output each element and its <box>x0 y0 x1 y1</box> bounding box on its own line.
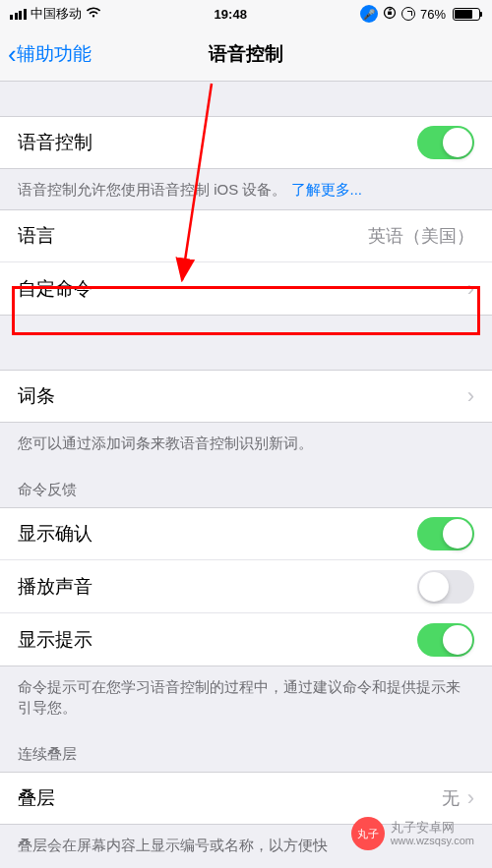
voice-control-toggle[interactable] <box>417 126 474 159</box>
back-label: 辅助功能 <box>17 41 92 67</box>
status-bar: 中国移动 19:48 🎤 76% <box>0 0 492 28</box>
status-left: 中国移动 <box>10 5 101 23</box>
page-title: 语音控制 <box>209 41 283 67</box>
chevron-right-icon: › <box>467 383 474 409</box>
show-hints-label: 显示提示 <box>18 627 92 653</box>
svg-rect-1 <box>388 11 392 15</box>
show-hints-cell: 显示提示 <box>0 613 492 666</box>
show-confirm-cell: 显示确认 <box>0 507 492 560</box>
language-value: 英语（美国） <box>368 224 474 248</box>
custom-commands-label: 自定命令 <box>18 276 92 302</box>
chevron-right-icon: › <box>467 276 474 302</box>
overlay-value: 无 <box>442 786 460 810</box>
overlay-label: 叠层 <box>18 785 55 811</box>
wifi-icon <box>86 7 101 22</box>
voice-control-label: 语音控制 <box>18 130 92 155</box>
signal-icon <box>10 9 27 20</box>
voice-control-cell: 语音控制 <box>0 116 492 169</box>
lock-icon <box>383 6 397 23</box>
alarm-icon <box>401 7 415 21</box>
carrier-label: 中国移动 <box>31 5 82 23</box>
chevron-left-icon: ‹ <box>8 39 17 70</box>
battery-percent: 76% <box>420 7 446 22</box>
show-hints-toggle[interactable] <box>417 623 474 657</box>
play-sound-cell: 播放声音 <box>0 560 492 613</box>
show-confirm-label: 显示确认 <box>18 521 92 547</box>
vocabulary-cell[interactable]: 词条 › <box>0 370 492 423</box>
learn-more-link[interactable]: 了解更多... <box>291 181 363 198</box>
chevron-right-icon: › <box>467 785 474 811</box>
watermark-url: www.wzsqsy.com <box>391 835 474 847</box>
status-right: 🎤 76% <box>360 5 482 23</box>
back-button[interactable]: ‹ 辅助功能 <box>0 39 92 70</box>
custom-commands-cell[interactable]: 自定命令 › <box>0 262 492 316</box>
feedback-header: 命令反馈 <box>0 463 492 507</box>
play-sound-toggle[interactable] <box>417 570 474 604</box>
battery-icon <box>451 8 482 21</box>
voice-indicator-icon: 🎤 <box>360 5 378 23</box>
play-sound-label: 播放声音 <box>18 574 92 600</box>
show-confirm-toggle[interactable] <box>417 517 474 550</box>
nav-bar: ‹ 辅助功能 语音控制 <box>0 28 492 82</box>
watermark-name: 丸子安卓网 <box>391 820 474 836</box>
voice-control-footer: 语音控制允许您使用语音控制 iOS 设备。 了解更多... <box>0 169 492 209</box>
status-time: 19:48 <box>215 7 247 22</box>
watermark-logo: 丸子 <box>351 817 385 850</box>
feedback-footer: 命令提示可在您学习语音控制的过程中，通过建议命令和提供提示来引导您。 <box>0 666 492 727</box>
overlay-header: 连续叠层 <box>0 727 492 772</box>
language-label: 语言 <box>18 223 55 249</box>
vocabulary-label: 词条 <box>18 383 55 409</box>
language-cell[interactable]: 语言 英语（美国） <box>0 209 492 262</box>
vocabulary-footer: 您可以通过添加词条来教语音控制识别新词。 <box>0 423 492 463</box>
watermark: 丸子 丸子安卓网 www.wzsqsy.com <box>351 817 474 850</box>
